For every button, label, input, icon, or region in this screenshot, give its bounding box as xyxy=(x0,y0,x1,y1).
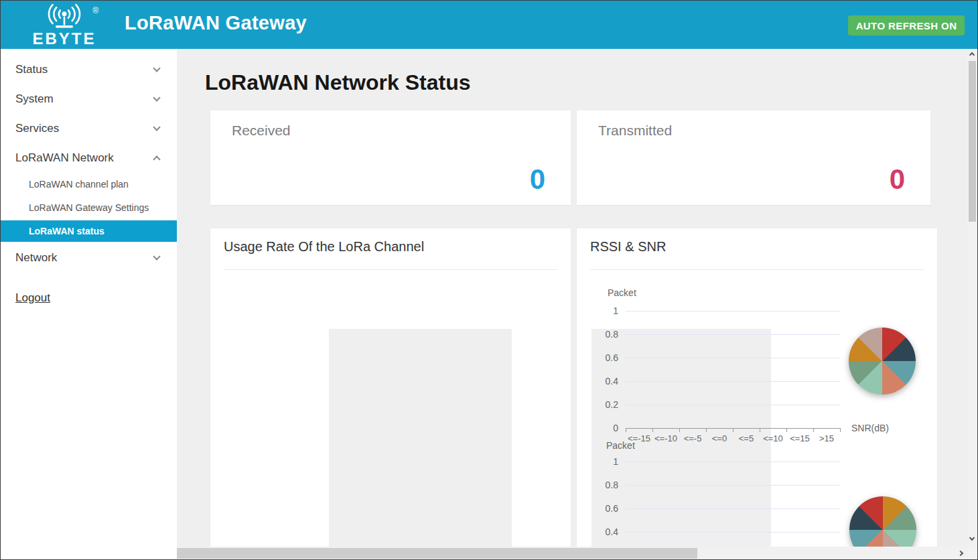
received-card: Received 0 xyxy=(210,111,571,205)
brand-name: EBYTE xyxy=(21,31,108,46)
scrollbar-corner xyxy=(967,547,978,560)
app-title: LoRaWAN Gateway xyxy=(125,12,307,34)
y-tick-label: 0.6 xyxy=(586,503,618,514)
gridline xyxy=(626,358,840,358)
sidebar-subitem-label: LoRaWAN Gateway Settings xyxy=(29,202,149,213)
y-tick-label: 0.8 xyxy=(586,329,618,340)
x-axis-title: SNR(dB) xyxy=(851,423,889,433)
divider xyxy=(224,269,557,270)
sidebar-item-services[interactable]: Services xyxy=(1,119,177,139)
y-tick-label: 0.6 xyxy=(586,352,618,363)
snr-pie-chart[interactable] xyxy=(849,328,916,395)
scroll-down-icon[interactable] xyxy=(969,535,975,541)
header: ® EBYTE LoRaWAN Gateway AUTO REFRESH ON xyxy=(1,1,977,49)
gridline xyxy=(626,334,840,335)
rssi-snr-card: RSSI & SNR Packet 1 0.8 0.6 0.4 0.2 0 <=… xyxy=(577,228,937,547)
scroll-right-icon[interactable] xyxy=(958,551,963,556)
y-axis-title: Packet xyxy=(608,287,636,298)
logout-link[interactable]: Logout xyxy=(15,291,50,305)
y-tick-label: 0 xyxy=(586,423,618,433)
received-value: 0 xyxy=(530,165,545,194)
gridline xyxy=(626,508,840,509)
horizontal-scrollbar[interactable] xyxy=(177,547,967,560)
chevron-down-icon xyxy=(153,64,160,72)
sidebar-item-status[interactable]: Status xyxy=(1,60,177,80)
gridline xyxy=(626,381,840,382)
sidebar-item-label: System xyxy=(15,92,54,106)
chevron-down-icon xyxy=(153,253,160,260)
sidebar-subitem-label: LoRaWAN channel plan xyxy=(29,179,129,190)
chevron-down-icon xyxy=(153,94,160,101)
sidebar-item-network[interactable]: Network xyxy=(1,248,177,268)
y-tick-label: 0.8 xyxy=(586,480,618,490)
antenna-icon xyxy=(33,3,95,30)
chevron-up-icon xyxy=(153,155,160,163)
sidebar-subitem-label: LoRaWAN status xyxy=(29,226,104,236)
gridline xyxy=(626,462,840,462)
y-tick-label: 0.2 xyxy=(586,399,618,410)
page-title: LoRaWAN Network Status xyxy=(205,70,470,95)
usage-rate-card: Usage Rate Of the LoRa Channel xyxy=(210,228,571,547)
sidebar-item-label: Status xyxy=(15,63,48,76)
y-axis-title: Packet xyxy=(606,440,635,451)
gridline xyxy=(626,405,840,405)
sidebar-item-label: Network xyxy=(15,251,57,265)
usage-card-title: Usage Rate Of the LoRa Channel xyxy=(224,239,424,255)
x-tick-label: >15 xyxy=(811,433,843,443)
chart-placeholder xyxy=(329,329,512,547)
vertical-scrollbar[interactable] xyxy=(967,49,978,547)
divider xyxy=(590,269,924,270)
sidebar-item-label: LoRaWAN Network xyxy=(15,151,114,165)
y-tick-label: 0.4 xyxy=(586,376,618,387)
transmitted-value: 0 xyxy=(890,165,905,194)
rssi-pie-chart[interactable] xyxy=(849,496,916,547)
rssi-card-title: RSSI & SNR xyxy=(590,239,666,255)
gridline xyxy=(626,485,840,486)
y-tick-label: 1 xyxy=(586,456,618,467)
x-axis xyxy=(626,428,841,432)
transmitted-card: Transmitted 0 xyxy=(577,111,930,205)
gridline xyxy=(626,532,840,533)
gridline xyxy=(626,311,840,311)
sidebar-item-lorawan-gateway-settings[interactable]: LoRaWAN Gateway Settings xyxy=(1,199,177,216)
y-tick-label: 0.4 xyxy=(586,527,618,537)
scroll-up-icon[interactable] xyxy=(969,52,975,58)
chevron-down-icon xyxy=(153,123,160,131)
registered-mark: ® xyxy=(92,6,98,15)
sidebar-item-lorawan-channel-plan[interactable]: LoRaWAN channel plan xyxy=(1,176,177,193)
sidebar-item-lorawan-status[interactable]: LoRaWAN status xyxy=(1,220,177,242)
sidebar-item-system[interactable]: System xyxy=(1,89,177,109)
ebyte-logo[interactable]: ® EBYTE xyxy=(21,3,108,46)
sidebar: Status System Services LoRaWAN Network L… xyxy=(1,49,177,560)
app-window: ® EBYTE LoRaWAN Gateway AUTO REFRESH ON … xyxy=(0,0,978,560)
transmitted-label: Transmitted xyxy=(598,123,672,139)
horizontal-scrollbar-thumb[interactable] xyxy=(177,548,697,559)
vertical-scrollbar-thumb[interactable] xyxy=(969,61,976,222)
sidebar-item-lorawan-network[interactable]: LoRaWAN Network xyxy=(1,148,177,168)
y-tick-label: 1 xyxy=(586,305,618,316)
auto-refresh-button[interactable]: AUTO REFRESH ON xyxy=(848,15,965,36)
sidebar-item-label: Services xyxy=(15,122,59,135)
received-label: Received xyxy=(232,123,291,139)
